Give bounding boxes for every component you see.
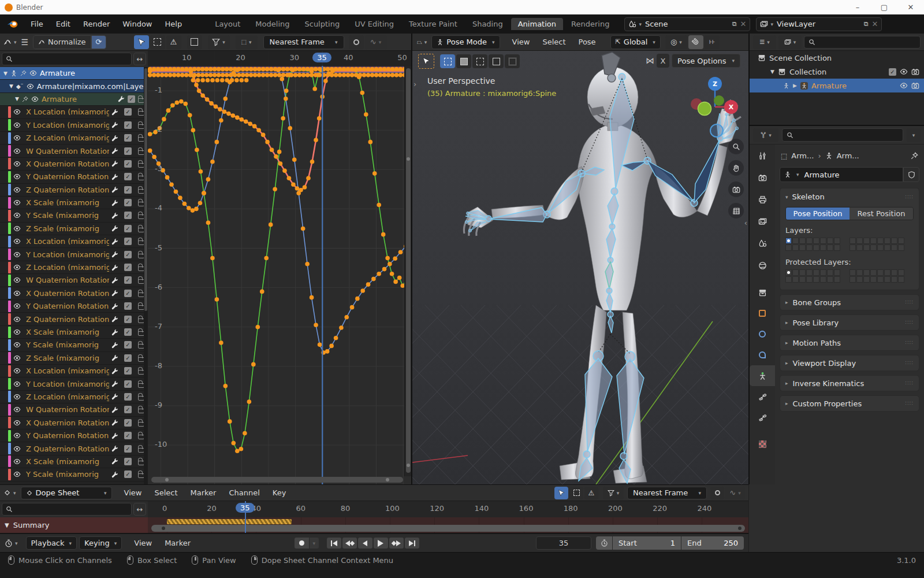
workspace-tab-animation[interactable]: Animation xyxy=(511,18,563,30)
fcurve-channel-row[interactable]: Y Scale (mixamorig ✓ xyxy=(0,339,148,351)
layer-cell[interactable] xyxy=(834,238,840,244)
modifier-wrench-icon[interactable] xyxy=(111,471,118,478)
layer-cell[interactable] xyxy=(799,238,806,244)
fcurve-channel-row[interactable]: Y Location (mixamorig ✓ xyxy=(0,377,148,390)
modifier-wrench-icon[interactable] xyxy=(111,238,118,245)
ds-falloff-dropdown[interactable]: ∿▾ xyxy=(725,487,745,499)
modifier-wrench-icon[interactable] xyxy=(111,135,118,142)
layer-cell[interactable] xyxy=(856,276,863,283)
modifier-wrench-icon[interactable] xyxy=(111,225,118,232)
modifier-wrench-icon[interactable] xyxy=(111,160,118,167)
eye-icon[interactable] xyxy=(13,251,21,258)
next-keyframe-button[interactable] xyxy=(389,538,404,549)
mute-checkbox[interactable]: ✓ xyxy=(124,419,132,427)
graph-curve-area[interactable]: 1020304050 35 -1-2-3-4-5-6-7-8-9-10 xyxy=(148,51,411,484)
pose-options-dropdown[interactable]: Pose Options▾ xyxy=(672,54,740,68)
layer-cell[interactable] xyxy=(870,269,877,276)
dopesheet-editor-type-button[interactable]: ▾ xyxy=(3,489,16,497)
eye-icon[interactable] xyxy=(13,393,21,401)
properties-tab-output[interactable] xyxy=(750,188,775,210)
fcurve-channel-row[interactable]: X Quaternion Rotation ✓ xyxy=(0,158,148,171)
outliner-filter-dropdown[interactable]: ▾ xyxy=(778,35,802,49)
channel-expand-button[interactable]: ↔ xyxy=(133,53,146,65)
ds-filter-dropdown[interactable]: ▾ xyxy=(603,487,624,499)
viewport-menu-select[interactable]: Select xyxy=(536,38,572,46)
layer-cell[interactable] xyxy=(792,269,799,276)
graph-snap-dropdown[interactable]: Nearest Frame▾ xyxy=(263,35,344,49)
eye-icon[interactable] xyxy=(900,81,908,90)
pivot-dropdown[interactable]: ⬚▾ xyxy=(236,35,258,49)
layer-cell[interactable] xyxy=(827,269,833,276)
timeline-editor-type-button[interactable]: ▾ xyxy=(5,539,18,547)
eye-icon[interactable] xyxy=(13,328,21,336)
mute-checkbox[interactable]: ✓ xyxy=(124,432,132,439)
pin-icon[interactable] xyxy=(22,96,28,102)
modifier-wrench-icon[interactable] xyxy=(111,290,118,297)
timeline-menu-marker[interactable]: Marker xyxy=(158,539,197,547)
modifier-wrench-icon[interactable] xyxy=(111,212,118,219)
pin-icon[interactable] xyxy=(20,70,27,76)
eye-icon[interactable] xyxy=(29,69,37,77)
layer-cell[interactable] xyxy=(850,269,856,276)
layer-cell[interactable] xyxy=(813,269,819,276)
panel-inverse-kinematics[interactable]: ▸Inverse Kinematics:::: xyxy=(780,375,919,391)
modifier-wrench-icon[interactable] xyxy=(111,419,118,426)
topbar-menu-file[interactable]: File xyxy=(24,20,50,28)
mute-checkbox[interactable]: ✓ xyxy=(124,458,132,465)
properties-options-dropdown[interactable]: ▾ xyxy=(907,128,921,142)
modifier-wrench-icon[interactable] xyxy=(111,251,118,258)
layer-cell[interactable] xyxy=(884,238,891,244)
pin-icon[interactable] xyxy=(911,152,918,160)
ds-h-scrollbar[interactable] xyxy=(151,525,745,532)
fcurve-channel-row[interactable]: Y Quaternion Rotation ✓ xyxy=(0,300,148,313)
modifier-wrench-icon[interactable] xyxy=(111,445,118,452)
layer-cell[interactable] xyxy=(785,276,792,283)
playback-dropdown[interactable]: Playback▾ xyxy=(26,536,77,550)
properties-tab-world[interactable] xyxy=(750,254,775,276)
proportional-falloff-dropdown[interactable]: ∿▾ xyxy=(365,35,387,49)
annotate-tool-button[interactable] xyxy=(187,35,202,49)
modifier-wrench-icon[interactable] xyxy=(111,109,118,116)
ds-tweak-tool-button[interactable] xyxy=(554,487,568,499)
graph-h-scrollbar[interactable] xyxy=(151,477,403,483)
skeleton-panel-header[interactable]: ▾Skeleton xyxy=(785,192,825,201)
layer-cell[interactable] xyxy=(820,244,826,251)
jump-to-start-button[interactable] xyxy=(327,538,341,549)
layer-cell[interactable] xyxy=(792,276,799,283)
properties-editor-type-button[interactable]: 🝖▾ xyxy=(753,128,778,142)
layer-cell[interactable] xyxy=(785,238,792,244)
layer-cell[interactable] xyxy=(834,276,840,283)
modifier-wrench-icon[interactable] xyxy=(111,316,118,323)
eye-icon[interactable] xyxy=(13,316,21,323)
eye-icon[interactable] xyxy=(13,302,21,310)
layer-cell[interactable] xyxy=(806,238,813,244)
ds-current-frame-pill[interactable]: 35 xyxy=(236,503,255,513)
layer-cell[interactable] xyxy=(898,276,904,283)
zoom-view-button[interactable] xyxy=(728,139,744,154)
layer-cell[interactable] xyxy=(813,238,819,244)
eye-icon[interactable] xyxy=(13,445,21,453)
ds-proportional-button[interactable] xyxy=(710,487,724,499)
fcurve-channel-row[interactable]: Y Quaternion Rotation ✓ xyxy=(0,429,148,442)
modifier-wrench-icon[interactable] xyxy=(111,264,118,271)
fcurve-channel-row[interactable]: W Quaternion Rotation ✓ xyxy=(0,274,148,287)
properties-tab-bone-constraint[interactable] xyxy=(750,407,775,428)
topbar-menu-help[interactable]: Help xyxy=(159,20,189,28)
fcurve-channel-row[interactable]: Z Location (mixamorig ✓ xyxy=(0,132,148,144)
dopesheet-menu-select[interactable]: Select xyxy=(148,488,184,497)
layer-cell[interactable] xyxy=(884,276,891,283)
properties-tab-texture[interactable] xyxy=(750,433,775,454)
fcurve-channel-row[interactable]: Z Scale (mixamorig ✓ xyxy=(0,223,148,235)
workspace-tab-shading[interactable]: Shading xyxy=(465,18,510,30)
topbar-menu-edit[interactable]: Edit xyxy=(50,20,77,28)
layer-cell[interactable] xyxy=(863,269,870,276)
layer-cell[interactable] xyxy=(856,238,863,244)
properties-tab-object-data[interactable] xyxy=(750,365,775,386)
move-view-button[interactable] xyxy=(728,160,744,176)
scene-copy-icon[interactable]: ⧉ xyxy=(732,20,737,28)
ds-warning-button[interactable]: ⚠ xyxy=(584,487,598,499)
mute-checkbox[interactable]: ✓ xyxy=(124,367,132,375)
eye-icon[interactable] xyxy=(13,354,21,362)
outliner-row-armature[interactable]: ▶Armature xyxy=(750,79,924,92)
eye-icon[interactable] xyxy=(13,173,21,180)
